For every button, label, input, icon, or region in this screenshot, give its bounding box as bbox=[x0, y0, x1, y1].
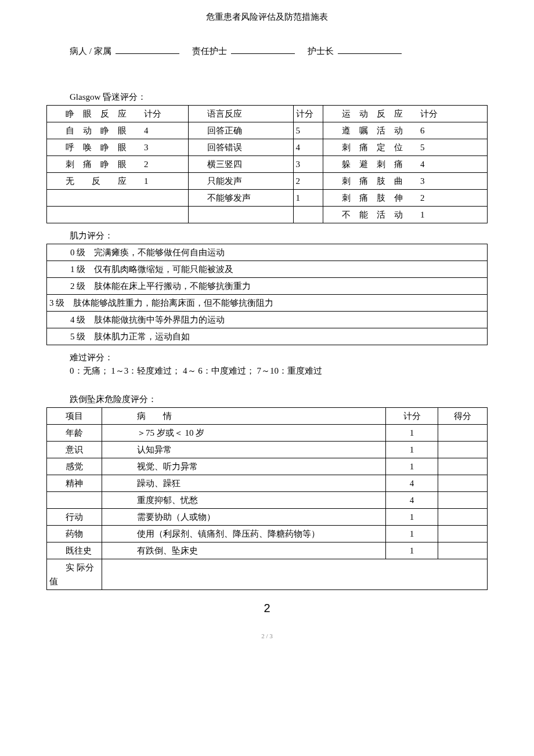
cell: 只能发声 bbox=[189, 173, 293, 190]
table-row: 重度抑郁、忧愁 4 bbox=[47, 492, 488, 509]
cell: 自 动 睁 眼 4 bbox=[47, 122, 189, 139]
cell: 行动 bbox=[47, 509, 102, 526]
table-row: 感觉 视觉、听力异常 1 bbox=[47, 458, 488, 475]
cell: 重度抑郁、忧愁 bbox=[102, 492, 386, 509]
cell: 横三竖四 bbox=[189, 156, 293, 173]
cell: 5 级 肢体肌力正常，运动自如 bbox=[47, 328, 488, 345]
cell: 1 bbox=[386, 542, 438, 559]
cell: 1 bbox=[386, 526, 438, 542]
cell: 2 bbox=[293, 173, 323, 190]
cell[interactable] bbox=[438, 542, 488, 559]
cell: 5 bbox=[293, 122, 323, 139]
cell: 认知异常 bbox=[102, 442, 386, 458]
cell: 意识 bbox=[47, 442, 102, 458]
cell: 刺 痛 定 位 5 bbox=[323, 139, 487, 156]
table-row: 3 级 肢体能够战胜重力，能抬离床面，但不能够抗衡阻力 bbox=[47, 295, 488, 312]
cell: 刺 痛 肢 曲 3 bbox=[323, 173, 487, 190]
muscle-table: 0 级 完满瘫痪，不能够做任何自由运动 1 级 仅有肌肉略微缩短，可能只能被波及… bbox=[46, 244, 488, 345]
cell: 视觉、听力异常 bbox=[102, 458, 386, 475]
cell: 精神 bbox=[47, 475, 102, 492]
fall-total-label: 实 际分值 bbox=[47, 559, 102, 590]
cell: 回答错误 bbox=[189, 139, 293, 156]
cell: 刺 痛 睁 眼 2 bbox=[47, 156, 189, 173]
table-row: 既往史 有跌倒、坠床史 1 bbox=[47, 542, 488, 559]
cell[interactable] bbox=[438, 475, 488, 492]
cell bbox=[47, 207, 189, 223]
table-row: 不 能 活 动 1 bbox=[47, 207, 488, 223]
page-number: 2 bbox=[46, 602, 488, 615]
fall-cond-header: 病 情 bbox=[102, 408, 386, 425]
fall-total-value[interactable] bbox=[102, 559, 488, 590]
cell: 躁动、躁狂 bbox=[102, 475, 386, 492]
cell[interactable] bbox=[438, 458, 488, 475]
glasgow-title: Glasgow 昏迷评分： bbox=[70, 92, 488, 103]
nurse-label: 责任护士 bbox=[192, 46, 227, 56]
glasgow-eye-header: 睁 眼 反 应 计分 bbox=[47, 106, 189, 122]
cell: 4 bbox=[293, 139, 323, 156]
patient-blank[interactable] bbox=[116, 53, 179, 54]
pain-title: 难过评分： bbox=[70, 352, 488, 363]
cell: 既往史 bbox=[47, 542, 102, 559]
cell: 1 bbox=[386, 509, 438, 526]
table-row: 自 动 睁 眼 4 回答正确 5 遵 嘱 活 动 6 bbox=[47, 122, 488, 139]
page-title: 危重患者风险评估及防范措施表 bbox=[46, 12, 488, 23]
table-row: 行动 需要协助（人或物） 1 bbox=[47, 509, 488, 526]
table-row: 实 际分值 bbox=[47, 559, 488, 590]
cell: 感觉 bbox=[47, 458, 102, 475]
cell[interactable] bbox=[438, 425, 488, 442]
cell[interactable] bbox=[438, 442, 488, 458]
cell: 刺 痛 肢 伸 2 bbox=[323, 190, 487, 207]
cell: ＞75 岁或＜ 10 岁 bbox=[102, 425, 386, 442]
cell[interactable] bbox=[438, 509, 488, 526]
nurse-blank[interactable] bbox=[231, 53, 295, 54]
cell bbox=[47, 492, 102, 509]
cell: 药物 bbox=[47, 526, 102, 542]
cell: 使用（利尿剂、镇痛剂、降压药、降糖药物等） bbox=[102, 526, 386, 542]
table-row: 精神 躁动、躁狂 4 bbox=[47, 475, 488, 492]
glasgow-motor-header: 运 动 反 应 计分 bbox=[323, 106, 487, 122]
cell: 需要协助（人或物） bbox=[102, 509, 386, 526]
table-row: 呼 唤 睁 眼 3 回答错误 4 刺 痛 定 位 5 bbox=[47, 139, 488, 156]
table-row: 药物 使用（利尿剂、镇痛剂、降压药、降糖药物等） 1 bbox=[47, 526, 488, 542]
cell: 2 级 肢体能在床上平行搬动，不能够抗衡重力 bbox=[47, 278, 488, 295]
headnurse-blank[interactable] bbox=[338, 53, 402, 54]
cell: 3 级 肢体能够战胜重力，能抬离床面，但不能够抗衡阻力 bbox=[47, 295, 488, 312]
cell: 躲 避 刺 痛 4 bbox=[323, 156, 487, 173]
cell: 4 级 肢体能做抗衡中等外界阻力的运动 bbox=[47, 312, 488, 328]
fall-title: 跌倒坠床危险度评分： bbox=[70, 394, 488, 405]
cell: 不能够发声 bbox=[189, 190, 293, 207]
fall-item-header: 项目 bbox=[47, 408, 102, 425]
fall-score-header: 计分 bbox=[386, 408, 438, 425]
table-row: 不能够发声 1 刺 痛 肢 伸 2 bbox=[47, 190, 488, 207]
cell: 3 bbox=[293, 156, 323, 173]
cell: 年龄 bbox=[47, 425, 102, 442]
cell: 4 bbox=[386, 492, 438, 509]
table-row: 睁 眼 反 应 计分 语言反应 计分 运 动 反 应 计分 bbox=[47, 106, 488, 122]
cell: 1 bbox=[386, 458, 438, 475]
footer-page: 2 / 3 bbox=[46, 632, 488, 639]
signature-line: 病人 / 家属 责任护士 护士长 bbox=[70, 46, 488, 57]
table-row: 年龄 ＞75 岁或＜ 10 岁 1 bbox=[47, 425, 488, 442]
table-row: 2 级 肢体能在床上平行搬动，不能够抗衡重力 bbox=[47, 278, 488, 295]
cell: 4 bbox=[386, 475, 438, 492]
cell: 1 bbox=[386, 442, 438, 458]
fall-got-header: 得分 bbox=[438, 408, 488, 425]
table-row: 4 级 肢体能做抗衡中等外界阻力的运动 bbox=[47, 312, 488, 328]
table-row: 无 反 应 1 只能发声 2 刺 痛 肢 曲 3 bbox=[47, 173, 488, 190]
muscle-title: 肌力评分： bbox=[70, 230, 488, 241]
cell: 遵 嘱 活 动 6 bbox=[323, 122, 487, 139]
cell: 1 级 仅有肌肉略微缩短，可能只能被波及 bbox=[47, 261, 488, 278]
cell[interactable] bbox=[438, 526, 488, 542]
table-row: 5 级 肢体肌力正常，运动自如 bbox=[47, 328, 488, 345]
cell bbox=[47, 190, 189, 207]
cell: 0 级 完满瘫痪，不能够做任何自由运动 bbox=[47, 244, 488, 261]
cell bbox=[189, 207, 293, 223]
cell: 1 bbox=[386, 425, 438, 442]
cell: 有跌倒、坠床史 bbox=[102, 542, 386, 559]
cell[interactable] bbox=[438, 492, 488, 509]
table-row: 项目 病 情 计分 得分 bbox=[47, 408, 488, 425]
cell: 1 bbox=[293, 190, 323, 207]
cell: 呼 唤 睁 眼 3 bbox=[47, 139, 189, 156]
cell: 回答正确 bbox=[189, 122, 293, 139]
fall-table: 项目 病 情 计分 得分 年龄 ＞75 岁或＜ 10 岁 1 意识 认知异常 1… bbox=[46, 407, 488, 590]
